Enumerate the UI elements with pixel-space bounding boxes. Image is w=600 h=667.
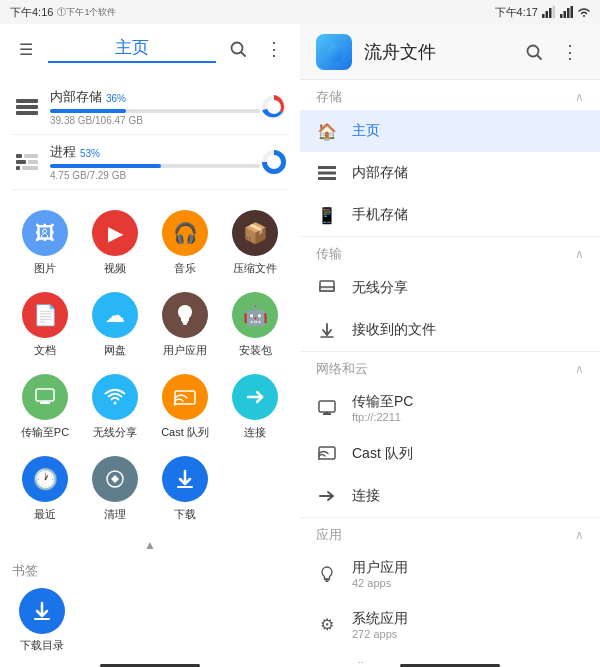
grid-item-docs[interactable]: 📄 文档 <box>12 286 78 364</box>
svg-rect-40 <box>318 172 336 175</box>
process-progress-bar <box>50 164 260 168</box>
user-apps-label: 用户应用 <box>163 343 207 358</box>
process-info: 进程 53% 4.75 GB/7.29 GB <box>50 143 260 181</box>
main-grid: 🖼 图片 ▶ 视频 🎧 音乐 📦 压缩文件 📄 文档 ☁ 网盘 <box>0 196 300 536</box>
svg-rect-27 <box>43 401 47 404</box>
right-drawer: 流舟文件 ⋮ 存储 ∧ <box>300 24 600 667</box>
received-nav-icon <box>316 319 338 341</box>
status-bar: 下午4:16 ①下午1个软件 下午4:17 <box>0 0 600 24</box>
internal-progress-bar <box>50 109 260 113</box>
more-icon: ⋮ <box>265 40 283 58</box>
bookmark-download-icon <box>19 588 65 634</box>
grid-item-clean[interactable]: 清理 <box>82 450 148 528</box>
nav-connect[interactable]: 连接 <box>300 475 600 517</box>
internal-nav-icon <box>316 162 338 184</box>
drawer-bottom-bar <box>300 663 600 667</box>
more-button[interactable]: ⋮ <box>260 35 288 63</box>
wifi-icon <box>578 6 590 18</box>
internal-progress-fill <box>50 109 126 113</box>
internal-storage-row[interactable]: 内部存储 36% 39.38 GB/106.47 GB <box>12 80 288 135</box>
svg-rect-46 <box>319 401 335 412</box>
cloud-label: 网盘 <box>104 343 126 358</box>
drawer-search-button[interactable] <box>520 38 548 66</box>
svg-line-38 <box>538 55 542 59</box>
music-label: 音乐 <box>174 261 196 276</box>
svg-rect-3 <box>553 6 556 18</box>
photos-label: 图片 <box>34 261 56 276</box>
grid-item-video[interactable]: ▶ 视频 <box>82 204 148 282</box>
archive-label: 压缩文件 <box>233 261 277 276</box>
grid-item-cloud[interactable]: ☁ 网盘 <box>82 286 148 364</box>
svg-rect-41 <box>318 177 336 180</box>
recent-label: 最近 <box>34 507 56 522</box>
search-button[interactable] <box>224 35 252 63</box>
main-page-title: 主页 <box>48 36 216 63</box>
svg-rect-5 <box>564 11 567 18</box>
process-row[interactable]: 进程 53% 4.75 GB/7.29 GB <box>12 135 288 190</box>
app-container: ☰ 主页 ⋮ <box>0 24 600 667</box>
nav-transfer-pc[interactable]: 传输至PC ftp://:2211 <box>300 382 600 433</box>
bookmark-download-dir[interactable]: 下载目录 <box>12 588 72 653</box>
cast-queue-label: Cast 队列 <box>161 425 209 440</box>
section-header-storage: 存储 ∧ <box>300 80 600 110</box>
section-header-network: 网络和云 ∧ <box>300 352 600 382</box>
svg-rect-52 <box>325 579 330 581</box>
svg-rect-11 <box>16 105 38 109</box>
bookmark-download-label: 下载目录 <box>20 638 64 653</box>
nav-cast-queue[interactable]: Cast 队列 <box>300 433 600 475</box>
transfer-pc-icon <box>22 374 68 420</box>
nav-home[interactable]: 🏠 主页 <box>300 110 600 152</box>
phone-nav-icon: 📱 <box>316 204 338 226</box>
drawer-more-button[interactable]: ⋮ <box>556 38 584 66</box>
grid-item-apk[interactable]: 🤖 安装包 <box>222 286 288 364</box>
left-panel: ☰ 主页 ⋮ <box>0 24 300 667</box>
nav-user-apps[interactable]: 用户应用 42 apps <box>300 548 600 599</box>
download-label: 下载 <box>174 507 196 522</box>
status-bar-right: 下午4:17 <box>495 5 590 20</box>
svg-rect-2 <box>549 8 552 18</box>
grid-item-connect[interactable]: 连接 <box>222 368 288 446</box>
nav-internal-storage[interactable]: 内部存储 <box>300 152 600 194</box>
grid-item-user-apps[interactable]: 用户应用 <box>152 286 218 364</box>
docs-label: 文档 <box>34 343 56 358</box>
bookmarks-title: 书签 <box>12 562 288 580</box>
grid-item-photos[interactable]: 🖼 图片 <box>12 204 78 282</box>
nav-scroll[interactable]: 存储 ∧ 🏠 主页 内部存储 <box>300 80 600 663</box>
grid-item-archive[interactable]: 📦 压缩文件 <box>222 204 288 282</box>
grid-item-transfer-pc[interactable]: 传输至PC <box>12 368 78 446</box>
system-apps-nav-icon: ⚙ <box>316 614 338 636</box>
nav-processes[interactable]: 进程 314 processes <box>300 650 600 663</box>
menu-button[interactable]: ☰ <box>12 35 40 63</box>
nav-wireless-share[interactable]: 无线分享 <box>300 267 600 309</box>
svg-rect-6 <box>567 8 570 18</box>
svg-rect-53 <box>326 580 329 582</box>
section-header-transfer: 传输 ∧ <box>300 237 600 267</box>
svg-rect-0 <box>542 14 545 18</box>
nav-section-apps: 应用 ∧ 用户应用 42 apps <box>300 518 600 663</box>
grid-item-recent[interactable]: 🕐 最近 <box>12 450 78 528</box>
process-icon <box>12 154 42 170</box>
signal-icon-2 <box>560 6 574 18</box>
nav-system-apps[interactable]: ⚙ 系统应用 272 apps <box>300 599 600 650</box>
internal-storage-info: 内部存储 36% 39.38 GB/106.47 GB <box>50 88 260 126</box>
app-logo <box>316 34 352 70</box>
grid-item-cast[interactable]: Cast 队列 <box>152 368 218 446</box>
grid-item-download[interactable]: 下载 <box>152 450 218 528</box>
process-progress-fill <box>50 164 161 168</box>
svg-line-9 <box>242 53 246 57</box>
storage-section: 内部存储 36% 39.38 GB/106.47 GB <box>0 74 300 196</box>
wireless-icon <box>92 374 138 420</box>
svg-rect-18 <box>24 154 38 158</box>
grid-item-wireless[interactable]: 无线分享 <box>82 368 148 446</box>
nav-received-files[interactable]: 接收到的文件 <box>300 309 600 351</box>
time-right: 下午4:17 <box>495 5 538 20</box>
svg-rect-25 <box>36 389 54 401</box>
expand-arrow[interactable]: ▲ <box>0 536 300 554</box>
download-icon <box>162 456 208 502</box>
svg-rect-16 <box>16 160 26 164</box>
svg-rect-23 <box>182 321 188 323</box>
nav-phone-storage[interactable]: 📱 手机存储 <box>300 194 600 236</box>
time-left: 下午4:16 <box>10 5 53 20</box>
grid-item-music[interactable]: 🎧 音乐 <box>152 204 218 282</box>
clean-label: 清理 <box>104 507 126 522</box>
